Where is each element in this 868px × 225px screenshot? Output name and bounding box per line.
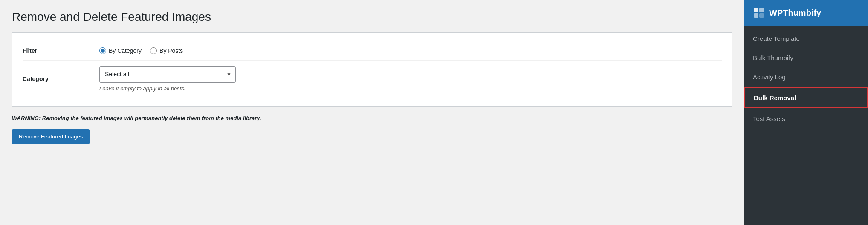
category-hint: Leave it empty to apply in all posts.: [99, 85, 722, 92]
filter-radio-group: By Category By Posts: [99, 47, 722, 54]
form-card: Filter By Category By Posts Category: [12, 32, 732, 107]
main-content: Remove and Delete Featured Images Filter…: [0, 0, 744, 225]
category-select-wrapper: Select all ▼: [99, 66, 236, 83]
filter-row: Filter By Category By Posts: [23, 41, 722, 61]
category-label: Category: [23, 75, 99, 82]
sidebar-nav: Create Template Bulk Thumbify Activity L…: [744, 26, 868, 132]
filter-by-posts-radio[interactable]: [150, 47, 157, 54]
sidebar-item-activity-log[interactable]: Activity Log: [744, 67, 868, 87]
filter-by-category[interactable]: By Category: [99, 47, 142, 54]
filter-by-category-radio[interactable]: [99, 47, 106, 54]
remove-featured-images-button[interactable]: Remove Featured Images: [12, 129, 90, 144]
svg-rect-0: [754, 8, 758, 12]
sidebar-item-bulk-thumbify[interactable]: Bulk Thumbify: [744, 48, 868, 67]
filter-control: By Category By Posts: [99, 47, 722, 54]
page-title: Remove and Delete Featured Images: [12, 10, 732, 24]
sidebar-item-create-template[interactable]: Create Template: [744, 29, 868, 48]
brand-name: WPThumbify: [769, 8, 821, 18]
category-row: Category Select all ▼ Leave it empty to …: [23, 61, 722, 98]
sidebar: WPThumbify Create Template Bulk Thumbify…: [744, 0, 868, 225]
brand-icon: [753, 7, 765, 19]
sidebar-brand: WPThumbify: [744, 0, 868, 26]
svg-rect-2: [754, 13, 758, 18]
warning-text: WARNING: Removing the featured images wi…: [12, 115, 732, 121]
category-control: Select all ▼ Leave it empty to apply in …: [99, 66, 722, 92]
filter-label: Filter: [23, 47, 99, 54]
filter-by-posts[interactable]: By Posts: [150, 47, 183, 54]
category-select[interactable]: Select all: [99, 66, 236, 83]
filter-by-category-label: By Category: [109, 47, 142, 54]
svg-rect-1: [759, 8, 764, 12]
filter-by-posts-label: By Posts: [159, 47, 183, 54]
sidebar-item-test-assets[interactable]: Test Assets: [744, 109, 868, 128]
svg-rect-3: [759, 13, 764, 18]
sidebar-item-bulk-removal[interactable]: Bulk Removal: [744, 87, 868, 108]
